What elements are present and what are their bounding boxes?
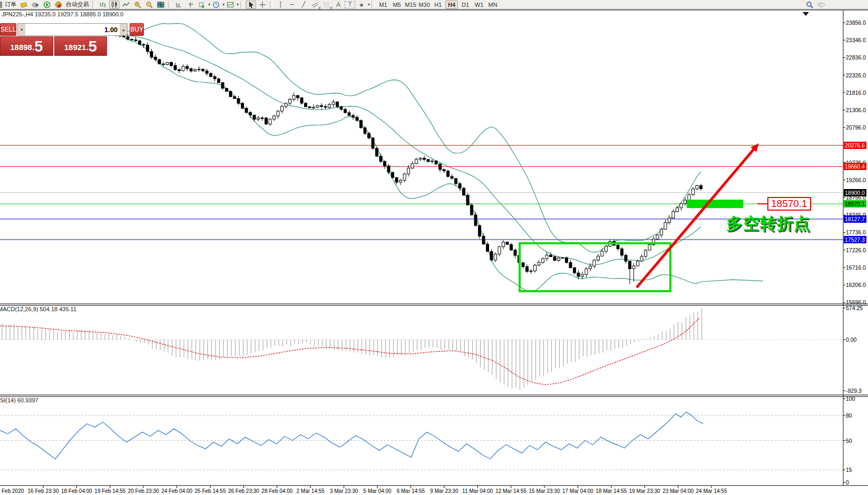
macd-label: MACD(12,26,9) 504.18 435.11: [0, 306, 76, 312]
timeframe-d1[interactable]: D1: [459, 1, 472, 9]
bid-price-panel[interactable]: 18898.5: [0, 36, 53, 56]
chart-canvas[interactable]: [0, 0, 868, 495]
vertical-line-tool-icon[interactable]: │: [275, 1, 286, 9]
zoom-in-icon[interactable]: [132, 1, 143, 9]
panel-borders: [0, 10, 868, 488]
signal-icon[interactable]: [42, 1, 52, 9]
macd-scale-label: -929.3: [846, 388, 862, 394]
search-icon[interactable]: [804, 1, 815, 9]
turning-point-annotation[interactable]: 多空转折点: [726, 213, 811, 235]
cursor-icon[interactable]: [246, 1, 256, 9]
bar-chart-icon[interactable]: [97, 1, 108, 9]
time-axis-label: 3 Mar 23:30: [330, 488, 358, 494]
timeframe-w1[interactable]: W1: [473, 1, 485, 9]
candlestick-chart-icon[interactable]: [109, 1, 120, 9]
rsi-scale-label: 15: [846, 467, 852, 473]
bid-price-int: 18898.: [10, 41, 34, 54]
price-level-label: 18570.1: [844, 200, 866, 207]
dropdown-arrow-icon[interactable]: ▾: [368, 2, 370, 7]
ask-price-int: 18921.: [64, 41, 89, 54]
drawing-tools-group: │ ─ ╱ E F A T ◆▾: [275, 0, 370, 9]
dropdown-arrow-icon[interactable]: ▾: [237, 2, 239, 7]
shapes-tool-icon[interactable]: ◆: [356, 1, 367, 9]
panel-splitter[interactable]: [0, 303, 868, 306]
fibo-sub-letter: F: [330, 6, 333, 10]
text-tool-icon[interactable]: A: [333, 1, 344, 9]
y-axis-tick-label: 20796.0: [846, 124, 866, 131]
time-axis-label: 18 Feb 04:00: [61, 488, 92, 494]
ask-price-dec: 5: [89, 39, 97, 54]
cloud-icon[interactable]: [30, 1, 41, 9]
volume-increase-button[interactable]: ▴: [120, 24, 127, 35]
timeframe-m30[interactable]: M30: [418, 1, 431, 9]
time-axis-label: 20 Feb 23:30: [128, 488, 159, 494]
price-level-label: 17527.3: [844, 236, 866, 243]
rsi-label: RSI(14) 60.9397: [0, 397, 38, 403]
timeframe-group: M1M5M15M30H1H4D1W1MN: [376, 0, 500, 9]
timeframe-mn[interactable]: MN: [486, 1, 499, 9]
y-axis-tick-label: 21306.0: [846, 107, 866, 113]
time-axis-label: 6 Mar 14:55: [397, 488, 425, 494]
toolbar-right-group: [804, 1, 827, 9]
time-axis-label: 25 Feb 14:55: [195, 488, 226, 494]
shapes-glyph: ◆: [360, 2, 364, 7]
volume-decrease-button[interactable]: ▾: [18, 24, 25, 35]
trendline-tool-icon[interactable]: ╱: [298, 1, 309, 9]
timeframe-h1[interactable]: H1: [432, 1, 444, 9]
price-callout-box[interactable]: 18570.1: [767, 197, 811, 211]
horizontal-line-tool-icon[interactable]: ─: [287, 1, 297, 9]
time-axis-label: Feb 2020: [2, 488, 24, 494]
timeframe-m5[interactable]: M5: [391, 1, 403, 9]
add-indicator-icon[interactable]: [197, 1, 207, 9]
buy-button[interactable]: BUY: [130, 23, 144, 36]
y-axis-tick-label: 19266.0: [846, 177, 866, 183]
sell-button[interactable]: SELL: [0, 23, 16, 36]
period-clock-icon[interactable]: [211, 1, 221, 9]
toolbar: 订单 自动交易: [0, 0, 868, 9]
dropdown-arrow-icon[interactable]: ▾: [222, 2, 225, 7]
new-order-button[interactable]: 订单: [5, 1, 16, 8]
fibonacci-tool-icon[interactable]: F: [321, 1, 332, 9]
label-tool-icon[interactable]: T: [345, 1, 355, 8]
macd-indicator: [0, 308, 843, 390]
step-back-icon[interactable]: [173, 1, 184, 9]
timeframe-m15[interactable]: M15: [404, 1, 417, 9]
timeframe-h4[interactable]: H4: [445, 1, 458, 9]
y-axis-tick-label: 21816.0: [846, 90, 866, 96]
dropdown-arrow-icon[interactable]: ▾: [208, 2, 210, 7]
support-band: [687, 200, 743, 208]
new-order-icon[interactable]: [18, 1, 29, 9]
volume-stepper: ▾ ▴: [17, 23, 128, 36]
time-axis-label: 26 Feb 23:30: [228, 488, 259, 494]
timeframe-m1[interactable]: M1: [377, 1, 389, 9]
pointer-group: [245, 0, 268, 9]
order-group: 订单 自动交易: [0, 0, 91, 9]
volume-input[interactable]: [25, 24, 120, 35]
panel-splitter[interactable]: [0, 394, 868, 397]
y-axis-tick-label: 23856.0: [846, 19, 866, 26]
chart-type-group: [97, 0, 132, 9]
time-axis-label: 12 Mar 14:55: [495, 488, 526, 494]
candlesticks: [107, 28, 703, 284]
time-axis-label: 19 Mar 23:30: [629, 488, 660, 494]
time-axis-label: 19 Feb 14:55: [94, 488, 125, 494]
zoom-out-icon[interactable]: [144, 1, 154, 9]
autotrade-icon[interactable]: [53, 1, 64, 9]
time-axis-label: 11 Mar 04:00: [462, 488, 493, 494]
template-icon[interactable]: [225, 1, 236, 9]
channel-tool-icon[interactable]: E: [310, 1, 320, 9]
chart-shift-marker: [803, 12, 809, 16]
step-forward-icon[interactable]: [185, 1, 196, 9]
time-axis-label: 17 Mar 04:00: [562, 488, 593, 494]
chat-icon[interactable]: [816, 1, 826, 9]
autotrade-button[interactable]: 自动交易: [66, 1, 89, 8]
bollinger-bands: [108, 24, 763, 292]
time-axis-label: 9 Mar 23:30: [430, 488, 458, 494]
tile-windows-icon[interactable]: [155, 1, 166, 9]
ask-price-panel[interactable]: 18921.5: [54, 36, 108, 56]
crosshair-icon[interactable]: [257, 1, 268, 9]
consolidation-box: [520, 243, 670, 291]
line-chart-icon[interactable]: [121, 1, 131, 9]
channel-sub-letter: E: [318, 6, 321, 10]
chart-title: JPN225-,H4 19235.0 19297.5 18885.0 18900…: [2, 11, 123, 17]
